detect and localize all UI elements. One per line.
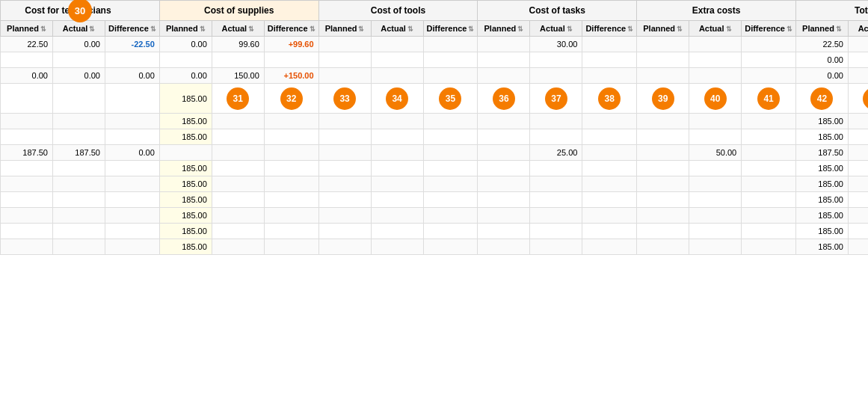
cell-9-10 bbox=[530, 192, 582, 208]
cell-8-13 bbox=[689, 176, 742, 192]
cell-8-9 bbox=[478, 176, 530, 192]
col-label: Actual bbox=[63, 24, 88, 33]
table-row: 185.00185.000.00-185.00 bbox=[1, 176, 869, 192]
col-header-5-0[interactable]: Planned⇅ bbox=[795, 21, 848, 37]
cell-10-16: 0.00 bbox=[848, 208, 868, 224]
group-header-row: Cost for technicians 30Cost of suppliesC… bbox=[1, 1, 869, 21]
cell-1-16: 0.00 bbox=[848, 52, 868, 68]
cell-10-2 bbox=[105, 208, 160, 224]
col-header-3-1[interactable]: Actual⇅ bbox=[530, 21, 582, 37]
cell-2-0: 0.00 bbox=[1, 68, 53, 84]
sort-icon: ⇅ bbox=[248, 25, 254, 33]
cell-3-0 bbox=[1, 84, 53, 114]
cell-8-4 bbox=[212, 176, 264, 192]
cell-12-9 bbox=[478, 239, 530, 255]
col-header-3-0[interactable]: Planned⇅ bbox=[478, 21, 530, 37]
cell-2-10 bbox=[530, 68, 582, 84]
cell-12-14 bbox=[742, 239, 796, 255]
col-label: Planned bbox=[802, 24, 834, 33]
cell-7-1 bbox=[53, 161, 105, 176]
cell-5-15: 185.00 bbox=[795, 129, 848, 145]
col-header-2-2[interactable]: Difference⇅ bbox=[423, 21, 478, 37]
cell-7-13 bbox=[689, 161, 742, 176]
col-header-0-1[interactable]: Actual⇅ bbox=[53, 21, 105, 37]
cell-10-3: 185.00 bbox=[159, 208, 212, 224]
col-header-1-0[interactable]: Planned⇅ bbox=[159, 21, 212, 37]
cell-1-15: 0.00 bbox=[795, 52, 848, 68]
cell-1-13 bbox=[689, 52, 742, 68]
cell-0-0: 22.50 bbox=[1, 37, 53, 52]
col-header-1-1[interactable]: Actual⇅ bbox=[212, 21, 264, 37]
cell-5-14 bbox=[742, 129, 796, 145]
cell-5-8 bbox=[423, 129, 478, 145]
col-label: Planned bbox=[166, 24, 198, 33]
col-header-4-0[interactable]: Planned⇅ bbox=[637, 21, 689, 37]
cell-12-8 bbox=[423, 239, 478, 255]
cell-2-6 bbox=[318, 68, 371, 84]
cell-6-9 bbox=[478, 145, 530, 161]
cell-3-14: 41 bbox=[742, 84, 796, 114]
cell-2-3: 0.00 bbox=[159, 68, 212, 84]
cell-5-11 bbox=[582, 129, 637, 145]
sort-icon: ⇅ bbox=[517, 25, 523, 33]
col-header-3-2[interactable]: Difference⇅ bbox=[582, 21, 637, 37]
cell-1-9 bbox=[478, 52, 530, 68]
cell-9-8 bbox=[423, 192, 478, 208]
cell-5-4 bbox=[212, 129, 264, 145]
sort-icon: ⇅ bbox=[310, 25, 316, 33]
cell-5-16: 0.00 bbox=[848, 129, 868, 145]
cell-11-15: 185.00 bbox=[795, 224, 848, 239]
cell-7-12 bbox=[637, 161, 689, 176]
badge-35: 35 bbox=[439, 87, 461, 110]
positive-value: +150.00 bbox=[284, 71, 314, 80]
sort-icon: ⇅ bbox=[627, 25, 633, 33]
cell-12-2 bbox=[105, 239, 160, 255]
cost-table-wrapper[interactable]: Cost for technicians 30Cost of suppliesC… bbox=[0, 0, 868, 400]
cell-10-9 bbox=[478, 208, 530, 224]
cell-7-5 bbox=[264, 161, 318, 176]
col-header-5-1[interactable]: Actual⇅ bbox=[848, 21, 868, 37]
col-header-0-0[interactable]: Planned⇅ bbox=[1, 21, 53, 37]
cell-4-15: 185.00 bbox=[795, 114, 848, 129]
col-header-2-1[interactable]: Actual⇅ bbox=[371, 21, 423, 37]
table-row: 185.00185.000.00-185.00 bbox=[1, 161, 869, 176]
cell-1-14 bbox=[742, 52, 796, 68]
cell-3-6: 33 bbox=[318, 84, 371, 114]
badge-41: 41 bbox=[757, 87, 780, 110]
col-header-0-2[interactable]: Difference⇅ bbox=[105, 21, 160, 37]
col-header-2-0[interactable]: Planned⇅ bbox=[318, 21, 371, 37]
col-header-1-2[interactable]: Difference⇅ bbox=[264, 21, 318, 37]
cell-7-15: 185.00 bbox=[795, 161, 848, 176]
cell-0-1: 0.00 bbox=[53, 37, 105, 52]
cell-4-3: 185.00 bbox=[159, 114, 212, 129]
cell-8-8 bbox=[423, 176, 478, 192]
cell-8-5 bbox=[264, 176, 318, 192]
cell-10-8 bbox=[423, 208, 478, 224]
sort-icon: ⇅ bbox=[567, 25, 573, 33]
col-label: Planned bbox=[7, 24, 39, 33]
col-header-4-1[interactable]: Actual⇅ bbox=[689, 21, 742, 37]
cell-2-5: +150.00 bbox=[264, 68, 318, 84]
cell-4-1 bbox=[53, 114, 105, 129]
cell-12-15: 185.00 bbox=[795, 239, 848, 255]
col-header-4-2[interactable]: Difference⇅ bbox=[742, 21, 796, 37]
cell-3-2 bbox=[105, 84, 160, 114]
cell-4-4 bbox=[212, 114, 264, 129]
cell-3-7: 34 bbox=[371, 84, 423, 114]
cell-7-9 bbox=[478, 161, 530, 176]
cell-1-6 bbox=[318, 52, 371, 68]
cell-8-15: 185.00 bbox=[795, 176, 848, 192]
cell-10-14 bbox=[742, 208, 796, 224]
sort-icon: ⇅ bbox=[468, 25, 474, 33]
cell-10-6 bbox=[318, 208, 371, 224]
group-header-2: Cost of tools bbox=[318, 1, 478, 21]
cell-1-1 bbox=[53, 52, 105, 68]
cell-0-12 bbox=[637, 37, 689, 52]
cell-4-14 bbox=[742, 114, 796, 129]
table-row: 185.003132333435363738394041424344 bbox=[1, 84, 869, 114]
cell-11-16: 0.00 bbox=[848, 224, 868, 239]
cell-2-8 bbox=[423, 68, 478, 84]
cell-5-10 bbox=[530, 129, 582, 145]
cell-4-13 bbox=[689, 114, 742, 129]
cell-12-7 bbox=[371, 239, 423, 255]
